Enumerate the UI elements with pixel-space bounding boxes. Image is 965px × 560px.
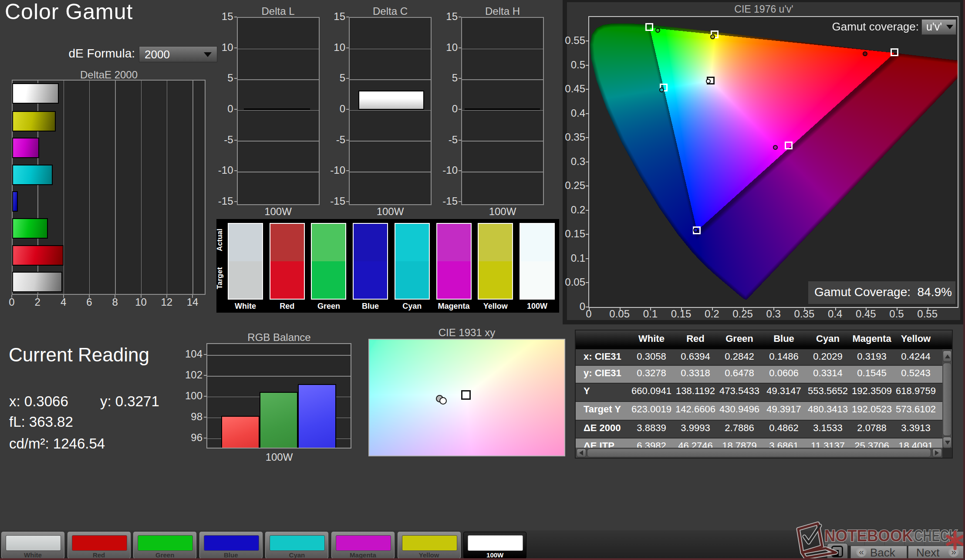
svg-text:NOTEBOOK: NOTEBOOK (824, 527, 913, 545)
